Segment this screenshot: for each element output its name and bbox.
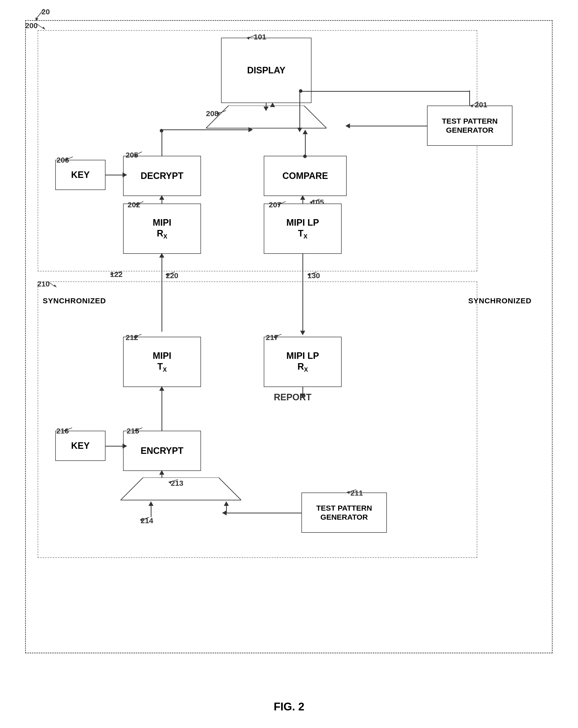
compare-block: COMPARE [264,156,347,196]
mipi-lp-tx-block: MIPI LP TX [264,204,342,254]
svg-marker-30 [133,336,136,339]
ref-208-arrow [215,108,228,115]
svg-line-4 [49,282,55,286]
arrowhead-214 [149,501,154,506]
page: 20 200 210 SYNCHRONIZED SYNCHRONIZED DIS… [0,0,578,728]
svg-marker-5 [54,284,57,287]
arrow-encrypt-to-mipi-tx [161,387,162,431]
arrowhead-down-to-stand [263,107,268,111]
arrow-tpg-display-v [299,91,300,129]
ref-210: 210 [37,280,50,288]
svg-marker-26 [110,273,113,276]
dot-compare-up [303,155,307,158]
ref-210-arrow [49,280,63,289]
arrow-key-bottom-to-encrypt [105,446,124,446]
arrow-tpg-to-display-h [299,91,470,92]
arrowhead-130-down [300,331,305,335]
mipi-rx-block: MIPI RX [123,204,201,254]
mipi-lp-rx-block: MIPI LP RX [264,337,342,387]
ref-207-arrow [277,200,287,207]
arrow-key-to-decrypt [105,175,124,175]
ref-214-arrow [138,516,150,523]
line-130 [303,254,303,332]
ref-200-arrow [36,21,52,31]
sync-label-right: SYNCHRONIZED [468,296,531,305]
line-220 [161,254,162,332]
arrow-decrypt-to-stand-h [161,129,249,130]
key-bottom-block: KEY [55,431,105,461]
ref-202-arrow [135,200,145,207]
svg-marker-39 [168,481,171,484]
svg-marker-32 [273,336,276,339]
ref-205-arrow [133,150,143,157]
ref-217-arrow [272,333,283,339]
arrowhead-up-to-display [270,103,275,107]
arrow-tpg-to-compare-h [349,126,427,126]
bottom-inner-box-210 [38,282,477,558]
ref-200: 200 [25,21,38,30]
svg-marker-16 [64,158,68,161]
ref-215-arrow [134,426,144,433]
svg-marker-3 [43,27,46,30]
ref-220-arrow [163,270,176,277]
ref-101-arrow [245,32,260,40]
svg-marker-34 [64,429,67,432]
ref-206-arrow [64,155,74,162]
svg-marker-10 [216,112,219,115]
ref-212-arrow [133,333,143,339]
ref-211-arrow [345,488,357,495]
svg-marker-22 [277,203,280,206]
encrypt-block: ENCRYPT [123,431,201,471]
ref-216-arrow [63,426,73,433]
ref-20-arrow [29,7,49,22]
arrowhead-tpg-display [297,128,302,132]
report-label: REPORT [274,392,312,402]
mipi-tx-block: MIPI TX [123,337,201,387]
arrow-tpg-up [469,90,470,106]
arrowhead-trap-encrypt [159,470,164,475]
ref-122-arrow [108,269,123,277]
decrypt-block: DECRYPT [123,156,201,196]
ref-201-arrow [469,100,481,108]
ref-213-arrow [166,478,179,485]
svg-marker-36 [134,429,137,432]
arrowhead-key-bottom-encrypt [123,444,127,448]
svg-marker-43 [347,491,350,494]
fig-caption: FIG. 2 [273,700,304,713]
svg-marker-24 [165,274,168,277]
display-block: DISPLAY [221,38,312,103]
svg-marker-12 [470,105,473,108]
svg-line-2 [36,24,44,29]
svg-marker-28 [307,274,310,277]
svg-line-0 [36,9,44,18]
arrowhead-report-down [300,393,305,398]
arrowhead-left-tpg-compare [345,123,350,128]
arrow-compare-up [305,131,306,156]
arrowhead-220-up [159,253,164,258]
key-top-block: KEY [55,160,105,190]
arrowhead-tpg-bottom-v [224,501,229,506]
svg-marker-7 [246,37,249,40]
ref-130-arrow [305,270,318,277]
svg-marker-20 [135,203,138,206]
test-pattern-gen-top-block: TEST PATTERN GENERATOR [427,106,513,146]
arrow-tpg-bottom-h [226,513,302,513]
svg-marker-41 [140,519,143,522]
arrowhead-mipi-lp-tx-compare [300,195,305,200]
arrowhead-encrypt-mipi-tx [159,386,164,391]
test-pattern-gen-bottom-block: TEST PATTERN GENERATOR [301,493,387,533]
sync-label-left: SYNCHRONIZED [43,296,106,305]
arrow-decrypt-up-v [161,131,162,156]
arrowhead-decrypt-stand [248,127,253,132]
arrowhead-mipi-rx-decrypt [159,195,164,200]
arrowhead-compare-up [303,130,308,134]
arrowhead-key-decrypt [123,173,127,177]
svg-marker-14 [134,154,137,157]
